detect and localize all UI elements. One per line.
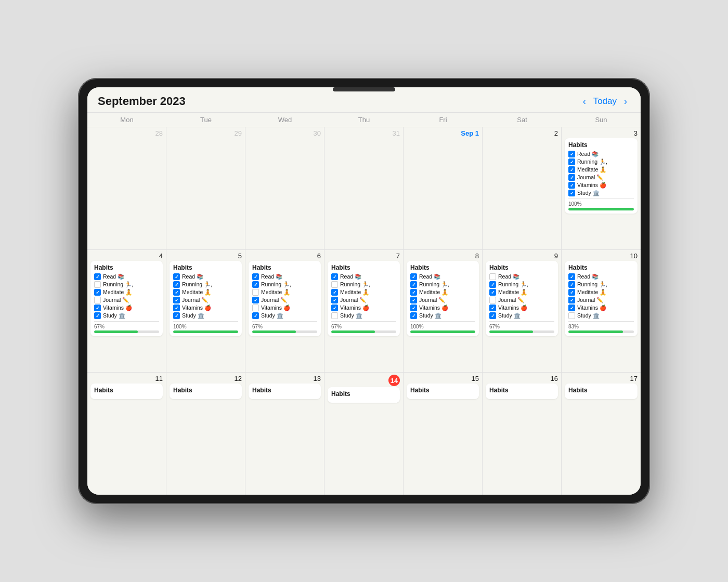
habit-checkbox[interactable] bbox=[173, 273, 180, 280]
habit-item[interactable]: Read 📚 bbox=[331, 273, 396, 280]
habit-item[interactable]: Vitamins 🍎 bbox=[489, 305, 554, 311]
habit-checkbox[interactable] bbox=[489, 312, 496, 319]
habit-checkbox[interactable] bbox=[94, 305, 101, 311]
habit-checkbox[interactable] bbox=[568, 312, 575, 319]
habit-item[interactable]: Journal ✏️ bbox=[568, 174, 634, 181]
habit-checkbox[interactable] bbox=[94, 289, 101, 296]
habit-item[interactable]: Journal ✏️ bbox=[252, 297, 317, 303]
habits-card-6[interactable]: Habits Read 📚 Running 🏃, Meditate 🧘 Jour… bbox=[249, 261, 321, 336]
habit-checkbox[interactable] bbox=[94, 273, 101, 280]
habit-checkbox[interactable] bbox=[94, 297, 101, 303]
day-cell-8[interactable]: 8 Habits Read 📚 Running 🏃, Meditate 🧘 Jo… bbox=[404, 250, 483, 372]
habit-checkbox[interactable] bbox=[489, 297, 496, 303]
habit-item[interactable]: Read 📚 bbox=[568, 151, 634, 157]
habit-item[interactable]: Vitamins 🍎 bbox=[568, 182, 634, 189]
habits-card-7[interactable]: Habits Read 📚 Running 🏃, Meditate 🧘 Jour… bbox=[328, 261, 400, 336]
habit-item[interactable]: Running 🏃, bbox=[331, 281, 396, 288]
habit-item[interactable]: Journal ✏️ bbox=[568, 297, 634, 303]
habit-checkbox[interactable] bbox=[410, 273, 417, 280]
habits-card-14[interactable]: Habits bbox=[328, 387, 400, 403]
habit-checkbox[interactable] bbox=[489, 281, 496, 288]
habit-checkbox[interactable] bbox=[489, 289, 496, 296]
habit-checkbox[interactable] bbox=[331, 297, 338, 303]
habits-card-13[interactable]: Habits bbox=[249, 383, 321, 399]
day-cell-30[interactable]: 30 bbox=[245, 127, 324, 249]
habit-checkbox[interactable] bbox=[252, 273, 259, 280]
habit-checkbox[interactable] bbox=[331, 312, 338, 319]
habit-checkbox[interactable] bbox=[410, 312, 417, 319]
habit-item[interactable]: Meditate 🧘 bbox=[568, 166, 634, 173]
day-cell-7[interactable]: 7 Habits Read 📚 Running 🏃, Meditate 🧘 Jo… bbox=[324, 250, 404, 372]
habit-checkbox[interactable] bbox=[568, 305, 575, 311]
habit-item[interactable]: Running 🏃, bbox=[94, 281, 159, 288]
habit-checkbox[interactable] bbox=[252, 289, 259, 296]
day-cell-sep1[interactable]: Sep 1 bbox=[404, 127, 483, 249]
habit-checkbox[interactable] bbox=[173, 281, 180, 288]
habit-item[interactable]: Meditate 🧘 bbox=[568, 289, 634, 296]
habit-item[interactable]: Running 🏃, bbox=[410, 281, 475, 288]
habit-item[interactable]: Meditate 🧘 bbox=[252, 289, 317, 296]
habit-checkbox[interactable] bbox=[252, 297, 259, 303]
habit-checkbox[interactable] bbox=[568, 297, 575, 303]
habit-checkbox[interactable] bbox=[410, 305, 417, 311]
habit-item[interactable]: Meditate 🧘 bbox=[489, 289, 554, 296]
habit-item[interactable]: Vitamins 🍎 bbox=[568, 305, 634, 311]
habit-item[interactable]: Journal ✏️ bbox=[331, 297, 396, 303]
day-cell-28[interactable]: 28 bbox=[87, 127, 166, 249]
habit-checkbox[interactable] bbox=[173, 297, 180, 303]
day-cell-3[interactable]: 3 Habits Read 📚 Running 🏃, bbox=[562, 127, 641, 249]
habit-checkbox[interactable] bbox=[94, 312, 101, 319]
habit-item[interactable]: Read 📚 bbox=[410, 273, 475, 280]
habits-card-11[interactable]: Habits bbox=[90, 383, 163, 399]
habit-item[interactable]: Study 🏛️ bbox=[568, 312, 634, 319]
habit-checkbox[interactable] bbox=[94, 281, 101, 288]
habit-item[interactable]: Read 📚 bbox=[489, 273, 554, 280]
habits-card-17[interactable]: Habits bbox=[565, 383, 638, 399]
habit-item[interactable]: Study 🏛️ bbox=[331, 312, 396, 319]
habit-checkbox[interactable] bbox=[568, 289, 575, 296]
habits-card-4[interactable]: Habits Read 📚 Running 🏃, Meditate 🧘 Jour… bbox=[90, 261, 163, 336]
habit-checkbox[interactable] bbox=[568, 281, 575, 288]
habit-item[interactable]: Read 📚 bbox=[94, 273, 159, 280]
habit-checkbox[interactable] bbox=[331, 305, 338, 311]
habit-item[interactable]: Journal ✏️ bbox=[489, 297, 554, 303]
habit-checkbox[interactable] bbox=[568, 174, 575, 181]
habits-card-5[interactable]: Habits Read 📚 Running 🏃, Meditate 🧘 Jour… bbox=[170, 261, 242, 336]
habit-checkbox[interactable] bbox=[568, 151, 575, 157]
prev-button[interactable]: ‹ bbox=[580, 95, 589, 108]
habit-item[interactable]: Meditate 🧘 bbox=[331, 289, 396, 296]
day-cell-2[interactable]: 2 bbox=[483, 127, 562, 249]
habit-item[interactable]: Running 🏃, bbox=[173, 281, 238, 288]
habits-card-3[interactable]: Habits Read 📚 Running 🏃, Meditate 🧘 bbox=[565, 138, 638, 214]
habits-card-15[interactable]: Habits bbox=[407, 383, 479, 399]
habit-item[interactable]: Vitamins 🍎 bbox=[173, 305, 238, 311]
next-button[interactable]: › bbox=[621, 95, 630, 108]
habit-checkbox[interactable] bbox=[568, 182, 575, 189]
habit-checkbox[interactable] bbox=[331, 289, 338, 296]
habit-checkbox[interactable] bbox=[568, 158, 575, 165]
habit-checkbox[interactable] bbox=[489, 273, 496, 280]
habit-item[interactable]: Journal ✏️ bbox=[173, 297, 238, 303]
habit-checkbox[interactable] bbox=[489, 305, 496, 311]
habit-item[interactable]: Study 🏛️ bbox=[252, 312, 317, 319]
habit-checkbox[interactable] bbox=[568, 166, 575, 173]
day-cell-12[interactable]: 12 Habits bbox=[166, 373, 245, 495]
habit-checkbox[interactable] bbox=[252, 305, 259, 311]
habit-checkbox[interactable] bbox=[568, 273, 575, 280]
habit-item[interactable]: Running 🏃, bbox=[568, 281, 634, 288]
day-cell-29[interactable]: 29 bbox=[166, 127, 245, 249]
habit-checkbox[interactable] bbox=[410, 281, 417, 288]
habit-item[interactable]: Study 🏛️ bbox=[173, 312, 238, 319]
habits-card-10[interactable]: Habits Read 📚 Running 🏃, Meditate 🧘 Jour… bbox=[565, 261, 638, 336]
habit-checkbox[interactable] bbox=[173, 312, 180, 319]
habit-checkbox[interactable] bbox=[331, 281, 338, 288]
habit-checkbox[interactable] bbox=[173, 305, 180, 311]
habit-item[interactable]: Meditate 🧘 bbox=[410, 289, 475, 296]
habit-item[interactable]: Vitamins 🍎 bbox=[410, 305, 475, 311]
habit-item[interactable]: Vitamins 🍎 bbox=[94, 305, 159, 311]
habit-checkbox[interactable] bbox=[252, 281, 259, 288]
habit-item[interactable]: Read 📚 bbox=[568, 273, 634, 280]
day-cell-16[interactable]: 16 Habits bbox=[483, 373, 562, 495]
habit-item[interactable]: Study 🏛️ bbox=[568, 190, 634, 196]
habit-item[interactable]: Read 📚 bbox=[252, 273, 317, 280]
